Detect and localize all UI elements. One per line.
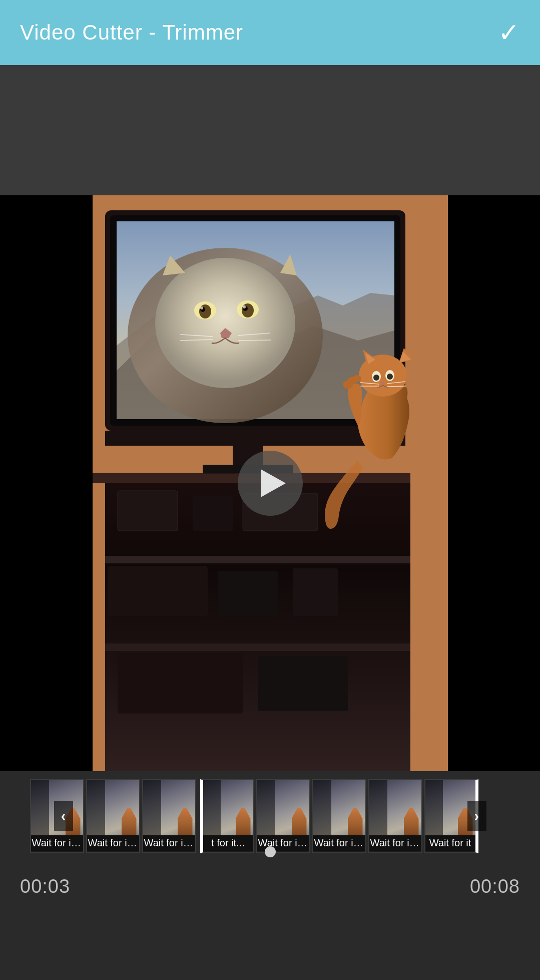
svg-rect-29 [218,571,278,616]
thumb-label-6: Wait for it... [313,835,365,851]
start-time: 00:03 [20,876,70,897]
thumb-image-7 [369,780,421,835]
svg-rect-32 [118,654,243,714]
svg-point-40 [387,374,393,380]
confirm-button[interactable]: ✓ [498,20,520,46]
thumb-label-3: Wait for it... [143,835,195,851]
app-title: Video Cutter - Trimmer [20,21,243,45]
svg-rect-30 [293,568,338,616]
thumb-label-8: Wait for it [425,835,475,851]
thumb-image-2 [87,780,139,835]
thumbnail-strip-area: ‹ Wait for it... Wait for it... Wait for… [0,771,540,861]
svg-point-13 [200,306,203,309]
svg-rect-28 [108,566,208,616]
svg-line-44 [387,386,406,387]
svg-point-10 [242,303,254,317]
svg-point-39 [373,375,379,381]
scrubber-handle[interactable] [265,846,276,857]
thumbnail-item-2[interactable]: Wait for it... [86,779,140,853]
play-icon [261,469,286,497]
right-arrow-icon: › [474,808,479,824]
video-frame [93,195,448,771]
thumbnail-item-4[interactable]: t for it... [200,779,254,853]
right-letterbox [448,195,540,771]
thumb-label-2: Wait for it... [87,835,139,851]
svg-rect-24 [118,491,178,531]
thumbnail-item-6[interactable]: Wait for it... [312,779,366,853]
strip-left-arrow[interactable]: ‹ [54,801,73,831]
svg-rect-31 [93,643,448,651]
bottom-space [0,911,540,980]
svg-point-47 [352,375,361,382]
thumbnail-item-3[interactable]: Wait for it... [142,779,196,853]
top-bar: Video Cutter - Trimmer ✓ [0,0,540,65]
svg-rect-34 [93,483,105,771]
above-video-area [0,65,540,195]
svg-rect-27 [93,556,448,563]
left-letterbox [0,195,93,771]
thumb-image-6 [313,780,365,835]
end-time: 00:08 [470,876,520,897]
svg-point-14 [243,305,246,308]
thumbnail-item-5[interactable]: Wait for it... [256,779,310,853]
time-bar: 00:03 00:08 [0,861,540,911]
strip-right-arrow[interactable]: › [467,801,486,831]
svg-rect-33 [258,656,348,711]
svg-point-9 [199,304,211,318]
thumb-label-1: Wait for it... [31,835,83,851]
play-button[interactable] [238,451,303,516]
thumb-image-4 [203,780,253,835]
thumb-label-7: Wait for it... [369,835,421,851]
svg-rect-25 [193,496,233,531]
thumb-image-5 [257,780,309,835]
left-arrow-icon: ‹ [61,808,66,824]
thumb-image-3 [143,780,195,835]
thumb-label-4: t for it... [203,835,253,851]
thumbnail-item-7[interactable]: Wait for it... [368,779,422,853]
thumbnail-strip: ‹ Wait for it... Wait for it... Wait for… [30,776,510,856]
video-player[interactable] [0,195,540,771]
svg-line-18 [238,340,271,341]
svg-rect-35 [410,473,448,771]
svg-point-6 [155,258,295,388]
